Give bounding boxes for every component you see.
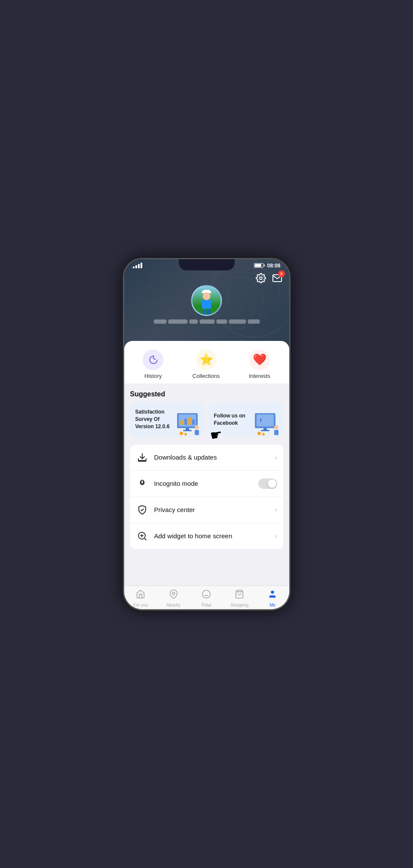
- svg-rect-27: [138, 460, 146, 461]
- interests-icon: ❤️: [249, 350, 270, 370]
- nav-petal[interactable]: Petal: [190, 589, 223, 607]
- nearby-icon: [169, 589, 178, 601]
- svg-rect-23: [274, 430, 278, 435]
- incognito-icon: [136, 478, 148, 490]
- settings-button[interactable]: [256, 273, 266, 285]
- battery-indicator: [254, 263, 265, 268]
- facebook-card-text: Follow us on Facebook: [214, 412, 249, 427]
- collections-label: Collections: [193, 373, 220, 379]
- svg-rect-12: [183, 430, 192, 431]
- mail-badge: 3: [278, 270, 285, 277]
- signal-bars: [133, 263, 142, 268]
- svg-point-16: [184, 433, 187, 436]
- incognito-label: Incognito mode: [154, 480, 258, 487]
- svg-point-25: [262, 433, 265, 436]
- status-right: 08:08: [254, 263, 281, 269]
- suggested-section: Suggested Satisfaction Survey Of Version…: [124, 383, 289, 440]
- svg-point-40: [271, 590, 274, 593]
- privacy-arrow-icon: ›: [275, 506, 277, 514]
- menu-section: Downloads & updates › Incognito mode: [130, 445, 283, 549]
- avatar[interactable]: [191, 285, 222, 316]
- history-link[interactable]: History: [143, 350, 163, 379]
- username-display: [153, 319, 260, 324]
- widget-label: Add widget to home screen: [154, 532, 275, 540]
- survey-card[interactable]: Satisfaction Survey Of Version 12.0.6: [130, 402, 205, 437]
- header-icons: 3: [256, 273, 282, 285]
- svg-rect-10: [192, 420, 195, 425]
- petal-icon: [202, 589, 211, 601]
- shopping-label: Shopping: [230, 603, 248, 607]
- me-label: Me: [269, 603, 275, 607]
- svg-rect-18: [257, 414, 274, 426]
- interests-label: Interests: [249, 373, 270, 379]
- svg-point-36: [202, 590, 210, 598]
- svg-point-22: [274, 425, 278, 429]
- nav-nearby[interactable]: Nearby: [157, 589, 190, 607]
- history-icon: [143, 350, 163, 370]
- svg-point-4: [260, 277, 262, 279]
- for-you-label: For you: [133, 603, 148, 607]
- interests-link[interactable]: ❤️ Interests: [249, 350, 270, 379]
- main-content: History ⭐ Collections ❤️ Interests Sugge…: [124, 341, 289, 609]
- svg-point-35: [172, 592, 175, 595]
- svg-point-15: [180, 432, 183, 435]
- incognito-toggle[interactable]: [258, 478, 277, 489]
- widget-arrow-icon: ›: [275, 532, 277, 540]
- survey-card-text: Satisfaction Survey Of Version 12.0.6: [135, 408, 171, 430]
- svg-rect-21: [261, 430, 269, 431]
- history-label: History: [144, 373, 162, 379]
- svg-rect-7: [180, 420, 183, 425]
- privacy-label: Privacy center: [154, 506, 275, 513]
- suggested-title: Suggested: [130, 390, 283, 398]
- facebook-card[interactable]: Follow us on Facebook f: [209, 402, 283, 437]
- downloads-label: Downloads & updates: [154, 454, 275, 461]
- privacy-icon: [136, 504, 148, 516]
- widget-menu-item[interactable]: Add widget to home screen ›: [130, 523, 283, 549]
- svg-point-30: [143, 482, 144, 482]
- facebook-illustration: f: [251, 411, 281, 437]
- shopping-icon: [235, 589, 244, 601]
- incognito-menu-item[interactable]: Incognito mode: [130, 471, 283, 497]
- notch: [179, 259, 235, 270]
- svg-rect-8: [184, 419, 187, 425]
- for-you-icon: [136, 589, 145, 601]
- downloads-arrow-icon: ›: [275, 454, 277, 461]
- privacy-menu-item[interactable]: Privacy center ›: [130, 497, 283, 523]
- nav-for-you[interactable]: For you: [124, 589, 157, 607]
- petal-label: Petal: [202, 603, 211, 607]
- mail-button[interactable]: 3: [272, 273, 282, 285]
- nav-me[interactable]: Me: [256, 589, 289, 607]
- me-icon: [268, 589, 277, 601]
- svg-rect-14: [195, 430, 199, 435]
- collections-link[interactable]: ⭐ Collections: [193, 350, 220, 379]
- svg-point-29: [141, 482, 141, 482]
- nearby-label: Nearby: [167, 603, 180, 607]
- svg-point-24: [257, 432, 261, 435]
- downloads-menu-item[interactable]: Downloads & updates ›: [130, 445, 283, 471]
- suggested-cards: Satisfaction Survey Of Version 12.0.6: [130, 402, 283, 437]
- svg-rect-9: [188, 417, 191, 425]
- widget-icon: [136, 530, 148, 542]
- bottom-navigation: For you Nearby Petal: [124, 586, 289, 609]
- nav-shopping[interactable]: Shopping: [223, 589, 256, 607]
- clock: 08:08: [267, 263, 281, 269]
- svg-line-32: [144, 538, 146, 540]
- downloads-icon: [136, 451, 148, 463]
- quick-links: History ⭐ Collections ❤️ Interests: [124, 341, 289, 383]
- survey-illustration: [173, 411, 203, 437]
- collections-icon: ⭐: [196, 350, 217, 370]
- profile-section: [153, 285, 260, 324]
- phone-frame: 08:08: [123, 258, 291, 610]
- svg-point-13: [195, 425, 199, 429]
